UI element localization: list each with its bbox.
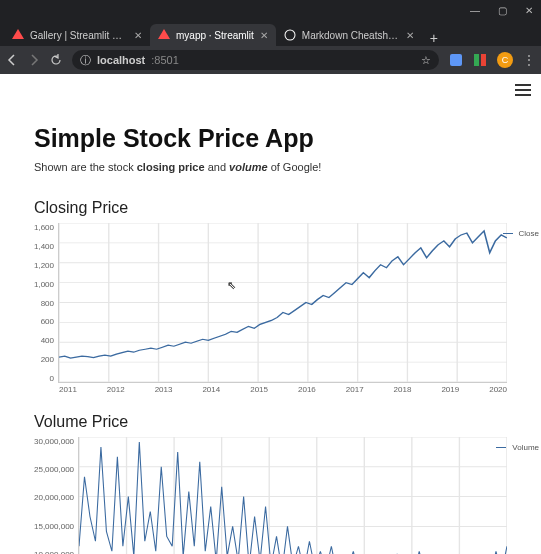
url-host: localhost (97, 54, 145, 66)
github-icon (284, 29, 296, 41)
page-title: Simple Stock Price App (34, 124, 507, 153)
window-titlebar: — ▢ ✕ (0, 0, 541, 22)
close-icon[interactable]: ✕ (406, 30, 414, 41)
close-icon[interactable]: ✕ (260, 30, 268, 41)
x-axis: 2011201220132014201520162017201820192020 (59, 385, 507, 394)
browser-tab-myapp[interactable]: myapp · Streamlit ✕ (150, 24, 276, 46)
extension-icon[interactable] (473, 53, 487, 67)
info-icon: ⓘ (80, 53, 91, 68)
streamlit-icon (158, 29, 170, 41)
y-axis: 1,6001,4001,2001,0008006004002000 (34, 223, 58, 383)
extension-icon[interactable] (449, 53, 463, 67)
tab-strip: Gallery | Streamlit — The fastes ✕ myapp… (0, 22, 541, 46)
plot-area: 2011201220132014201520162017201820192020… (58, 223, 507, 383)
browser-tab-gallery[interactable]: Gallery | Streamlit — The fastes ✕ (4, 24, 150, 46)
volume-price-chart[interactable]: 30,000,00025,000,00020,000,00015,000,000… (34, 437, 507, 554)
chart-title-volume: Volume Price (34, 413, 507, 431)
chart-legend: Close ••• (503, 223, 541, 243)
maximize-icon[interactable]: ▢ (498, 6, 507, 16)
svg-rect-5 (474, 54, 479, 66)
close-icon[interactable]: ✕ (134, 30, 142, 41)
tab-title: Markdown Cheatsheet · adam-p (302, 30, 400, 41)
legend-swatch (503, 233, 513, 234)
page-subtitle: Shown are the stock closing price and vo… (34, 161, 507, 173)
browser-tab-markdown[interactable]: Markdown Cheatsheet · adam-p ✕ (276, 24, 422, 46)
close-window-icon[interactable]: ✕ (525, 6, 533, 16)
star-icon[interactable]: ☆ (421, 54, 431, 67)
url-port: :8501 (151, 54, 179, 66)
new-tab-button[interactable]: + (422, 30, 446, 46)
kebab-menu-icon[interactable]: ⋮ (523, 53, 535, 67)
profile-avatar[interactable]: C (497, 52, 513, 68)
close-series (59, 231, 507, 358)
back-icon[interactable] (6, 54, 18, 66)
hamburger-menu-icon[interactable] (515, 82, 531, 100)
legend-label: Close (519, 229, 539, 238)
legend-swatch (496, 447, 506, 448)
svg-marker-0 (12, 29, 24, 39)
cursor-icon: ⇖ (227, 279, 236, 292)
svg-point-3 (285, 31, 294, 40)
streamlit-icon (12, 29, 24, 41)
chart-title-close: Closing Price (34, 199, 507, 217)
tab-title: Gallery | Streamlit — The fastes (30, 30, 128, 41)
legend-label: Volume (512, 443, 539, 452)
omnibox[interactable]: ⓘ localhost:8501 ☆ (72, 50, 439, 70)
closing-price-chart[interactable]: 1,6001,4001,2001,0008006004002000 201120… (34, 223, 507, 383)
volume-series (79, 442, 507, 554)
address-bar: ⓘ localhost:8501 ☆ C ⋮ (0, 46, 541, 74)
svg-rect-6 (481, 54, 486, 66)
tab-title: myapp · Streamlit (176, 30, 254, 41)
minimize-icon[interactable]: — (470, 6, 480, 16)
page-viewport: Simple Stock Price App Shown are the sto… (0, 74, 541, 554)
y-axis: 30,000,00025,000,00020,000,00015,000,000… (34, 437, 78, 554)
svg-marker-1 (158, 29, 170, 39)
forward-icon[interactable] (28, 54, 40, 66)
svg-rect-4 (450, 54, 462, 66)
main-content: Simple Stock Price App Shown are the sto… (0, 74, 541, 554)
reload-icon[interactable] (50, 54, 62, 66)
chart-legend: Volume ••• (496, 437, 541, 457)
plot-area (78, 437, 507, 554)
